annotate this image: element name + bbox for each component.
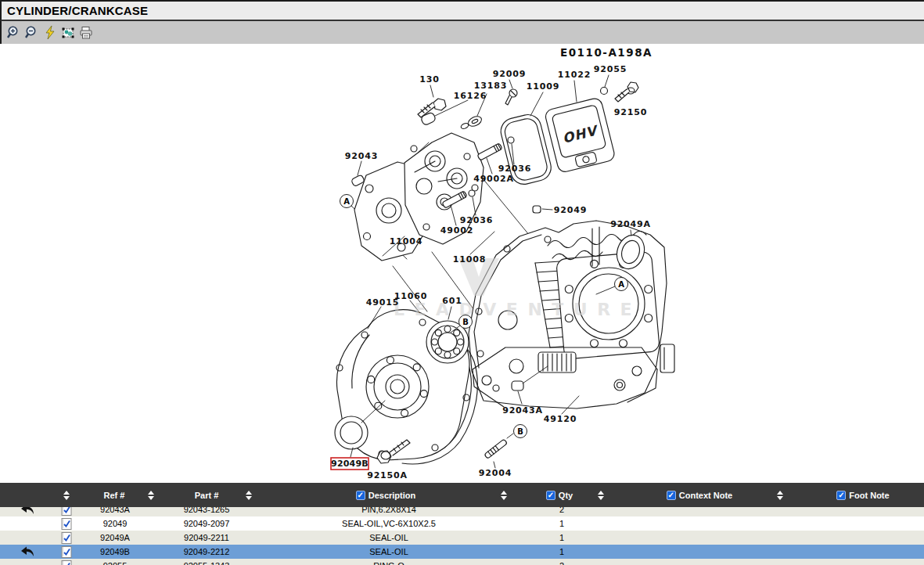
table-row[interactable]: 92043A 92043-1265 PIN,6.2X8X14 2: [0, 507, 924, 516]
callout[interactable]: 13183: [474, 81, 507, 91]
sort-icon[interactable]: [777, 483, 783, 507]
sort-icon[interactable]: [598, 483, 604, 507]
callout[interactable]: 92049: [554, 205, 587, 215]
part-doc-icon[interactable]: [59, 545, 74, 559]
part-cell: 92049-2211: [160, 531, 253, 545]
description-cell: SEAL-OIL,VC-6X10X2.5: [271, 516, 506, 531]
column-header-part[interactable]: Part #: [175, 483, 238, 507]
context-note-checkbox[interactable]: ✓: [667, 491, 676, 500]
diagram-code: E0110-A198A: [560, 46, 653, 59]
description-cell: RING-O: [271, 559, 506, 565]
qty-checkbox[interactable]: ✓: [546, 491, 555, 500]
part-doc-icon[interactable]: [59, 559, 74, 565]
part-cell: 92049-2212: [160, 545, 253, 559]
sort-icon[interactable]: [501, 483, 507, 507]
ref-cell: 92049B: [76, 545, 154, 559]
svg-text:A: A: [343, 197, 350, 206]
callout-highlighted[interactable]: 92049B: [331, 459, 369, 469]
part-doc-icon[interactable]: [59, 507, 74, 516]
svg-text:B: B: [517, 427, 523, 436]
column-header-ref[interactable]: Ref #: [83, 483, 146, 507]
diagram-canvas: LEADVENTURE A B A B OHV 130 16126 13183 …: [0, 44, 924, 483]
part-cell: 92043-1265: [160, 507, 253, 516]
callout[interactable]: 92150: [614, 107, 647, 117]
callout[interactable]: 92055: [594, 64, 627, 74]
callout[interactable]: 49002A: [473, 174, 514, 184]
callout[interactable]: 92043A: [502, 405, 543, 416]
callout[interactable]: 92150A: [367, 470, 408, 480]
callout[interactable]: 49015: [366, 297, 399, 308]
svg-text:B: B: [462, 318, 469, 326]
zoom-out-icon[interactable]: [24, 24, 40, 41]
callout[interactable]: 92049A: [610, 219, 651, 229]
part-cell: 92055-1343: [160, 559, 253, 565]
qty-cell: 1: [523, 531, 601, 545]
sort-icon[interactable]: [246, 483, 252, 507]
callout[interactable]: 16126: [454, 91, 487, 101]
callout[interactable]: 92043: [345, 151, 378, 161]
qty-cell: 2: [523, 507, 601, 516]
callout[interactable]: 11060: [394, 291, 427, 301]
ref-cell: 92049: [76, 516, 154, 531]
table-row-selected[interactable]: 92049B 92049-2212 SEAL-OIL 1: [0, 545, 924, 559]
table-body: 92043A 92043-1265 PIN,6.2X8X14 2 92049 9…: [0, 507, 924, 565]
callout[interactable]: 92036: [460, 215, 493, 225]
column-header-qty[interactable]: ✓Qty: [520, 483, 599, 507]
callout[interactable]: 11009: [527, 81, 559, 92]
table-row[interactable]: 92055 92055-1343 RING-O 2: [0, 559, 924, 565]
qty-cell: 1: [523, 545, 601, 559]
qty-cell: 2: [523, 559, 601, 565]
table-row[interactable]: 92049A 92049-2211 SEAL-OIL 1: [0, 531, 924, 545]
callout[interactable]: 49120: [544, 414, 577, 424]
page-title: CYLINDER/CRANKCASE: [2, 4, 148, 17]
description-cell: SEAL-OIL: [271, 545, 506, 559]
description-cell: PIN,6.2X8X14: [271, 507, 506, 516]
table-header: Ref # Part # ✓Description ✓Qty ✓Context …: [0, 483, 924, 507]
callout[interactable]: 11022: [558, 70, 591, 80]
svg-text:A: A: [618, 280, 624, 289]
column-header-context-note[interactable]: ✓Context Note: [621, 483, 778, 507]
callout[interactable]: 11004: [390, 236, 422, 247]
ref-cell: 92043A: [76, 507, 154, 516]
qty-cell: 1: [523, 516, 601, 531]
parts-table: Ref # Part # ✓Description ✓Qty ✓Context …: [0, 483, 924, 565]
print-icon[interactable]: [78, 24, 94, 41]
column-header-description[interactable]: ✓Description: [307, 483, 464, 507]
table-row[interactable]: 92049 92049-2097 SEAL-OIL,VC-6X10X2.5 1: [0, 516, 924, 531]
sort-icon[interactable]: [63, 483, 70, 507]
callout[interactable]: 601: [442, 296, 462, 306]
parts-catalog-page: CYLINDER/CRANKCASE: [0, 0, 924, 565]
back-arrow-icon[interactable]: [17, 507, 38, 516]
zoom-in-icon[interactable]: [6, 24, 22, 41]
part-cell: 92049-2097: [160, 516, 253, 531]
part-doc-icon[interactable]: [59, 516, 74, 531]
description-checkbox[interactable]: ✓: [356, 491, 365, 500]
ref-cell: 92049A: [76, 531, 154, 545]
title-bar: CYLINDER/CRANKCASE: [0, 0, 924, 21]
flash-icon[interactable]: [42, 24, 58, 41]
description-cell: SEAL-OIL: [271, 531, 506, 545]
callout[interactable]: 92036: [498, 164, 531, 174]
column-header-foot-note[interactable]: ✓Foot Note: [785, 483, 924, 507]
select-graphic-icon[interactable]: [60, 24, 76, 41]
ref-cell: 92055: [76, 559, 154, 565]
callout[interactable]: 92009: [493, 69, 526, 79]
toolbar: [0, 21, 924, 44]
back-arrow-icon[interactable]: [17, 545, 38, 559]
foot-note-checkbox[interactable]: ✓: [836, 491, 846, 500]
callout[interactable]: 130: [419, 74, 439, 85]
part-doc-icon[interactable]: [59, 531, 74, 545]
callout[interactable]: 49002: [440, 225, 473, 236]
watermark-text: LEADVENTURE: [394, 300, 642, 319]
sort-icon[interactable]: [148, 483, 154, 507]
callout[interactable]: 92004: [479, 468, 512, 478]
callout[interactable]: 11008: [453, 254, 486, 265]
parts-diagram: LEADVENTURE A B A B OHV 130 16126 13183 …: [0, 44, 924, 483]
